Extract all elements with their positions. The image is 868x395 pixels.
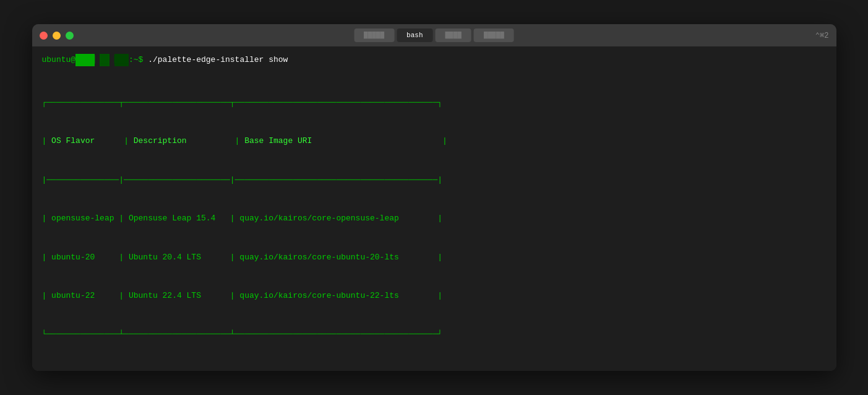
tab-4[interactable]: █████	[474, 28, 514, 42]
table1-border-bottom: └───────────────┴──────────────────────┴…	[42, 328, 827, 341]
tab-2[interactable]: bash	[397, 28, 432, 42]
table1-header: | OS Flavor | Description | Base Image U…	[42, 135, 827, 148]
table1-border-top: ┌───────────────┬──────────────────────┬…	[42, 97, 827, 110]
prompt-host1: ████	[75, 54, 95, 66]
terminal-window: █████ bash ████ █████ ⌃⌘2 ubuntu@████ ██…	[32, 24, 836, 371]
table1-row3: | ubuntu-22 | Ubuntu 22.4 LTS | quay.io/…	[42, 290, 827, 303]
titlebar-center: █████ bash ████ █████	[354, 28, 514, 42]
table1-row2: | ubuntu-20 | Ubuntu 20.4 LTS | quay.io/…	[42, 251, 827, 264]
keyboard-shortcut: ⌃⌘2	[815, 31, 829, 40]
command-prompt-line: ubuntu@████ ██ ███:~$ ./palette-edge-ins…	[42, 54, 827, 66]
prompt-space	[95, 54, 100, 66]
table1-row1: | opensuse-leap | Opensuse Leap 15.4 | q…	[42, 212, 827, 225]
prompt-user: ubuntu@	[42, 54, 76, 66]
os-flavor-table: ┌───────────────┬──────────────────────┬…	[42, 71, 827, 367]
maximize-button[interactable]	[66, 32, 74, 40]
command-text: ./palette-edge-installer show	[148, 54, 288, 66]
titlebar: █████ bash ████ █████ ⌃⌘2	[32, 24, 836, 46]
prompt-path: ███	[114, 54, 129, 66]
prompt-sym: :~$	[129, 54, 148, 66]
prompt-tilde	[110, 54, 114, 66]
table1-divider: |───────────────|──────────────────────|…	[42, 174, 827, 187]
titlebar-tabs: █████ bash ████ █████	[354, 28, 514, 42]
titlebar-right: ⌃⌘2	[815, 31, 829, 40]
terminal-body[interactable]: ubuntu@████ ██ ███:~$ ./palette-edge-ins…	[32, 46, 836, 371]
tab-3[interactable]: ████	[436, 28, 471, 42]
tab-1[interactable]: █████	[354, 28, 394, 42]
traffic-lights	[40, 32, 74, 40]
minimize-button[interactable]	[53, 32, 61, 40]
close-button[interactable]	[40, 32, 48, 40]
prompt-host2: ██	[100, 54, 110, 66]
